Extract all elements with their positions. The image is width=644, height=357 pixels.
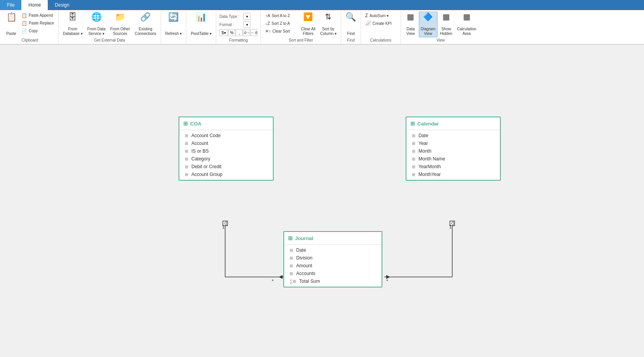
- calculation-area-icon: ▦: [463, 13, 470, 21]
- pivot-table-label: PivotTable ▾: [191, 31, 212, 36]
- calculations-content: Σ AutoSum ▾ 📈 Create KPI: [363, 12, 398, 37]
- refresh-button[interactable]: 🔄 Refresh ▾: [163, 12, 184, 37]
- table-row: ⊞ IS or BS: [179, 147, 273, 155]
- field-icon: ⊞: [185, 164, 188, 169]
- dollar-btn[interactable]: $▾: [219, 29, 228, 36]
- tab-file[interactable]: File: [0, 0, 21, 10]
- data-view-label: DataView: [406, 27, 415, 36]
- format-row: Format : ▾: [219, 21, 251, 28]
- view-content: ▦ DataView 🔷 DiagramView ▦ ShowHidden ▦ …: [403, 12, 478, 37]
- group-pivot: 📊 PivotTable ▾: [186, 11, 216, 44]
- increase-decimal-btn[interactable]: .0→: [243, 29, 250, 36]
- calculation-area-button[interactable]: ▦ CalculationArea: [455, 12, 478, 37]
- table-row: ⊞ MonthYear: [406, 171, 500, 178]
- calculations-label: Calculations: [363, 38, 398, 43]
- from-data-service-button[interactable]: 🌐 From DataService ▾: [85, 12, 108, 37]
- sort-a-z-label: Sort A to Z: [272, 14, 290, 18]
- field-name: YearMonth: [418, 164, 441, 169]
- clipboard-label: Clipboard: [4, 38, 56, 43]
- table-row: ⊞ Accounts: [284, 270, 382, 277]
- field-icon: ⊞: [185, 141, 188, 146]
- ribbon-body: 📋 Paste 📋 Paste Append 📋 Paste Replace 📄: [0, 10, 644, 44]
- field-name: Date: [418, 133, 428, 138]
- create-kpi-icon: 📈: [365, 21, 371, 26]
- comma-btn[interactable]: ,: [236, 29, 243, 36]
- table-row: ⊞ Debit or Credit: [179, 163, 273, 171]
- show-hidden-label: ShowHidden: [440, 27, 453, 36]
- find-content: 🔍 Find: [344, 12, 358, 37]
- autosum-button[interactable]: Σ AutoSum ▾: [363, 12, 398, 19]
- paste-button[interactable]: 📋 Paste: [4, 12, 19, 37]
- diagram-view-button[interactable]: 🔷 DiagramView: [419, 12, 437, 37]
- paste-label: Paste: [6, 31, 16, 36]
- copy-button[interactable]: 📄 Copy: [19, 27, 56, 35]
- formatting-content: Data Type : ▾ Format : ▾ $▾ % , .0→ ←.0: [219, 12, 258, 37]
- clear-all-filters-button[interactable]: 🔽 Clear AllFilters: [299, 12, 317, 37]
- existing-connections-icon: 🔗: [140, 13, 151, 21]
- table-row: ⊞ Account: [179, 139, 273, 147]
- create-kpi-label: Create KPI: [373, 21, 392, 26]
- copy-label: Copy: [29, 29, 38, 33]
- pivot-content: 📊 PivotTable ▾: [189, 12, 214, 37]
- diagram-view-label: DiagramView: [421, 27, 436, 36]
- field-icon: ⊞: [412, 157, 415, 162]
- existing-connections-button[interactable]: 🔗 ExistingConnections: [133, 12, 158, 37]
- field-icon: ⊞: [290, 263, 293, 268]
- clear-sort-button[interactable]: ✕↑ Clear Sort: [263, 27, 298, 35]
- field-icon: ⊞: [290, 248, 293, 253]
- calendar-journal-many-label: *: [386, 279, 388, 284]
- format-label: Format :: [219, 23, 243, 27]
- paste-replace-button[interactable]: 📋 Paste Replace: [19, 19, 56, 27]
- table-row: ⊞ Category: [179, 155, 273, 163]
- from-database-icon: 🗄: [68, 13, 77, 21]
- field-name: Month: [418, 148, 431, 154]
- field-name: MonthYear: [418, 172, 441, 177]
- sort-by-column-icon: ⇅: [325, 13, 332, 21]
- field-name: Division: [296, 255, 312, 261]
- tab-home[interactable]: Home: [21, 0, 48, 10]
- sort-filter-content: ↑A Sort A to Z ↓Z Sort Z to A ✕↑ Clear S…: [263, 12, 338, 37]
- field-icon: ⊞: [412, 141, 415, 146]
- table-row: ⊞ Amount: [284, 262, 382, 270]
- pivot-table-button[interactable]: 📊 PivotTable ▾: [189, 12, 214, 37]
- clear-all-filters-label: Clear AllFilters: [301, 27, 315, 36]
- format-dropdown[interactable]: ▾: [243, 21, 250, 28]
- show-hidden-button[interactable]: ▦ ShowHidden: [438, 12, 455, 37]
- calendar-table[interactable]: ⊞ Calendar ⊞ Date ⊞ Year ⊞ Month ⊞ Month…: [406, 117, 501, 181]
- paste-append-button[interactable]: 📋 Paste Append: [19, 12, 56, 19]
- copy-icon: 📄: [21, 29, 27, 33]
- percent-btn[interactable]: %: [228, 29, 235, 36]
- from-database-label: FromDatabase ▾: [63, 27, 83, 36]
- calculation-area-label: CalculationArea: [457, 27, 476, 36]
- ribbon-tabs: File Home Design: [0, 0, 644, 10]
- sort-a-z-button[interactable]: ↑A Sort A to Z: [263, 12, 298, 19]
- group-formatting: Data Type : ▾ Format : ▾ $▾ % , .0→ ←.0 …: [216, 11, 261, 44]
- sort-z-a-button[interactable]: ↓Z Sort Z to A: [263, 19, 298, 27]
- decrease-decimal-btn[interactable]: ←.0: [250, 29, 257, 36]
- field-name: Total Sum: [299, 279, 320, 284]
- sort-by-column-button[interactable]: ⇅ Sort byColumn ▾: [318, 12, 338, 37]
- data-type-dropdown[interactable]: ▾: [243, 13, 250, 20]
- clear-all-filters-icon: 🔽: [303, 13, 313, 21]
- journal-table[interactable]: ⊞ Journal ⊞ Date ⊞ Division ⊞ Amount ⊞ A…: [283, 231, 382, 287]
- from-data-service-label: From DataService ▾: [87, 27, 106, 36]
- autosum-label: AutoSum ▾: [370, 14, 389, 18]
- coa-table[interactable]: ⊞ COA ⊞ Account Code ⊞ Account ⊞ IS or B…: [179, 117, 274, 181]
- clipboard-content: 📋 Paste 📋 Paste Append 📋 Paste Replace 📄: [4, 12, 56, 37]
- find-button[interactable]: 🔍 Find: [344, 12, 358, 37]
- field-icon: ⊞: [290, 256, 293, 261]
- create-kpi-button[interactable]: 📈 Create KPI: [363, 19, 398, 27]
- journal-rows: ⊞ Date ⊞ Division ⊞ Amount ⊞ Accounts ∑⊞…: [284, 245, 382, 287]
- from-database-button[interactable]: 🗄 FromDatabase ▾: [61, 12, 85, 37]
- tab-design[interactable]: Design: [48, 0, 76, 10]
- coa-table-icon: ⊞: [183, 120, 188, 127]
- external-data-content: 🗄 FromDatabase ▾ 🌐 From DataService ▾ 📁 …: [61, 12, 158, 37]
- coa-header: ⊞ COA: [179, 117, 273, 130]
- data-view-button[interactable]: ▦ DataView: [403, 12, 418, 37]
- refresh-content: 🔄 Refresh ▾: [163, 12, 184, 37]
- pivot-table-icon: 📊: [196, 13, 207, 21]
- table-row: ⊞ YearMonth: [406, 163, 500, 171]
- table-row: ⊞ Division: [284, 254, 382, 262]
- from-other-sources-button[interactable]: 📁 From OtherSources: [108, 12, 132, 37]
- group-external-data: 🗄 FromDatabase ▾ 🌐 From DataService ▾ 📁 …: [59, 11, 161, 44]
